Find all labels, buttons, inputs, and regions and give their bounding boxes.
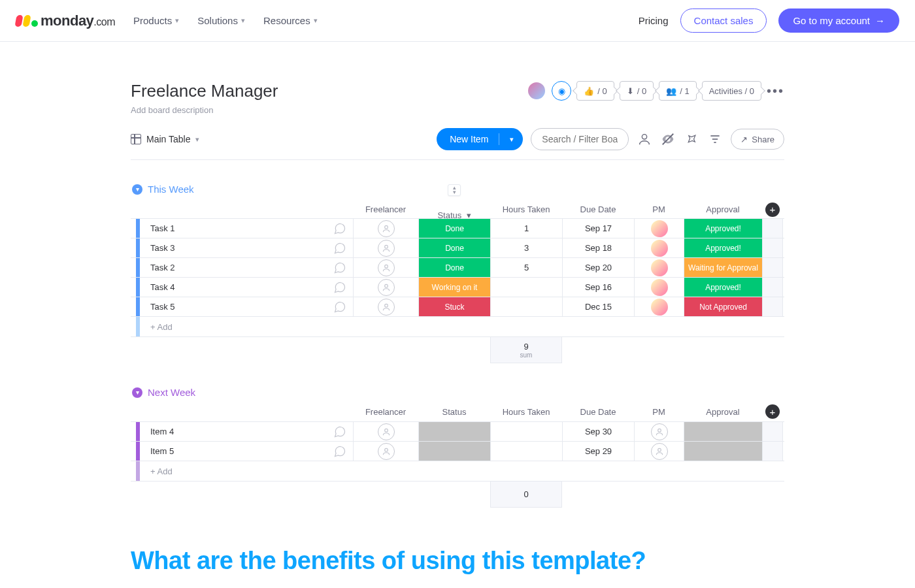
logo[interactable]: monday.com — [16, 12, 115, 29]
task-name[interactable]: Item 4 — [131, 422, 353, 441]
add-column-button[interactable]: + — [765, 404, 780, 419]
status-cell[interactable]: Done — [418, 219, 490, 238]
chat-icon[interactable] — [333, 301, 346, 314]
col-status[interactable]: ▴▾Status ▾ — [418, 199, 490, 220]
approval-cell[interactable]: Waiting for Approval — [684, 258, 762, 277]
status-cell[interactable]: Done — [418, 258, 490, 277]
new-item-button[interactable]: New Item▾ — [437, 128, 523, 150]
status-cell[interactable]: Working on it — [418, 278, 490, 297]
likes-counter[interactable]: 👍/ 0 — [576, 81, 614, 101]
table-row[interactable]: Task 1Done1Sep 17Approved! — [131, 218, 784, 238]
pm-cell[interactable] — [634, 278, 684, 297]
share-button[interactable]: ↗Share — [731, 129, 784, 150]
col-status[interactable]: Status — [418, 407, 490, 417]
approval-cell[interactable]: Not Approved — [684, 297, 762, 316]
task-name[interactable]: Task 3 — [131, 238, 353, 257]
freelancer-cell[interactable] — [353, 422, 418, 441]
person-filter-icon[interactable] — [637, 131, 652, 147]
nav-solutions[interactable]: Solutions▾ — [197, 15, 245, 26]
task-name[interactable]: Task 1 — [131, 219, 353, 238]
people-counter[interactable]: 👥/ 1 — [659, 81, 696, 101]
camera-icon[interactable]: ◉ — [552, 81, 571, 101]
due-cell[interactable]: Sep 17 — [562, 219, 634, 238]
due-cell[interactable]: Sep 16 — [562, 278, 634, 297]
task-name[interactable]: Task 4 — [131, 278, 353, 297]
downloads-counter[interactable]: ⬇/ 0 — [620, 81, 654, 101]
col-due[interactable]: Due Date — [562, 407, 634, 417]
due-cell[interactable]: Dec 15 — [562, 297, 634, 316]
col-pm[interactable]: PM — [634, 407, 684, 417]
collapse-icon[interactable]: ▾ — [132, 387, 142, 398]
my-account-button[interactable]: Go to my account→ — [778, 8, 899, 33]
due-cell[interactable]: Sep 30 — [562, 422, 634, 441]
add-row-button[interactable]: + Add — [131, 316, 784, 337]
hours-cell[interactable] — [490, 442, 562, 461]
freelancer-cell[interactable] — [353, 297, 418, 316]
contact-sales-button[interactable]: Contact sales — [680, 8, 767, 33]
pm-cell[interactable] — [634, 258, 684, 277]
hours-cell[interactable]: 1 — [490, 219, 562, 238]
status-cell[interactable] — [418, 422, 490, 441]
col-approval[interactable]: Approval — [684, 407, 762, 417]
hours-cell[interactable]: 5 — [490, 258, 562, 277]
col-freelancer[interactable]: Freelancer — [353, 407, 418, 417]
pricing-link[interactable]: Pricing — [639, 15, 669, 26]
freelancer-cell[interactable] — [353, 278, 418, 297]
due-cell[interactable]: Sep 20 — [562, 258, 634, 277]
freelancer-cell[interactable] — [353, 219, 418, 238]
approval-cell[interactable]: Approved! — [684, 219, 762, 238]
pm-cell[interactable] — [634, 422, 684, 441]
pm-cell[interactable] — [634, 238, 684, 257]
approval-cell[interactable]: Approved! — [684, 238, 762, 257]
task-name[interactable]: Task 2 — [131, 258, 353, 277]
nav-products[interactable]: Products▾ — [133, 15, 179, 26]
col-freelancer[interactable]: Freelancer — [353, 204, 418, 214]
table-row[interactable]: Item 5Sep 29 — [131, 441, 784, 461]
chat-icon[interactable] — [333, 242, 346, 255]
status-cell[interactable] — [418, 442, 490, 461]
status-cell[interactable]: Done — [418, 238, 490, 257]
hide-icon[interactable] — [660, 131, 676, 147]
group-title[interactable]: ▾Next Week — [131, 387, 784, 402]
add-row-button[interactable]: + Add — [131, 461, 784, 482]
col-hours[interactable]: Hours Taken — [490, 204, 562, 214]
pin-icon[interactable] — [684, 131, 699, 147]
col-hours[interactable]: Hours Taken — [490, 407, 562, 417]
pm-cell[interactable] — [634, 297, 684, 316]
chat-icon[interactable] — [333, 281, 346, 294]
table-row[interactable]: Task 4Working on itSep 16Approved! — [131, 277, 784, 297]
search-input[interactable] — [531, 128, 629, 150]
more-menu[interactable]: ••• — [767, 84, 784, 99]
status-cell[interactable]: Stuck — [418, 297, 490, 316]
task-name[interactable]: Task 5 — [131, 297, 353, 316]
due-cell[interactable]: Sep 18 — [562, 238, 634, 257]
chat-icon[interactable] — [333, 445, 346, 458]
col-approval[interactable]: Approval — [684, 204, 762, 214]
table-row[interactable]: Task 2Done5Sep 20Waiting for Approval — [131, 257, 784, 277]
freelancer-cell[interactable] — [353, 442, 418, 461]
hours-cell[interactable] — [490, 422, 562, 441]
sort-handle-icon[interactable]: ▴▾ — [448, 184, 461, 196]
approval-cell[interactable] — [684, 422, 762, 441]
pm-cell[interactable] — [634, 442, 684, 461]
nav-resources[interactable]: Resources▾ — [263, 15, 318, 26]
hours-cell[interactable] — [490, 278, 562, 297]
chat-icon[interactable] — [333, 222, 346, 235]
approval-cell[interactable] — [684, 442, 762, 461]
chat-icon[interactable] — [333, 261, 346, 274]
freelancer-cell[interactable] — [353, 258, 418, 277]
pm-cell[interactable] — [634, 219, 684, 238]
col-due[interactable]: Due Date — [562, 204, 634, 214]
board-description[interactable]: Add board description — [131, 105, 278, 115]
collapse-icon[interactable]: ▾ — [132, 184, 142, 195]
owner-avatar[interactable] — [527, 81, 546, 101]
chat-icon[interactable] — [333, 425, 346, 438]
view-main-table[interactable]: Main Table ▾ — [131, 134, 199, 144]
table-row[interactable]: Item 4Sep 30 — [131, 421, 784, 441]
activities-counter[interactable]: Activities / 0 — [702, 81, 761, 101]
hours-cell[interactable]: 3 — [490, 238, 562, 257]
task-name[interactable]: Item 5 — [131, 442, 353, 461]
col-pm[interactable]: PM — [634, 204, 684, 214]
approval-cell[interactable]: Approved! — [684, 278, 762, 297]
hours-cell[interactable] — [490, 297, 562, 316]
